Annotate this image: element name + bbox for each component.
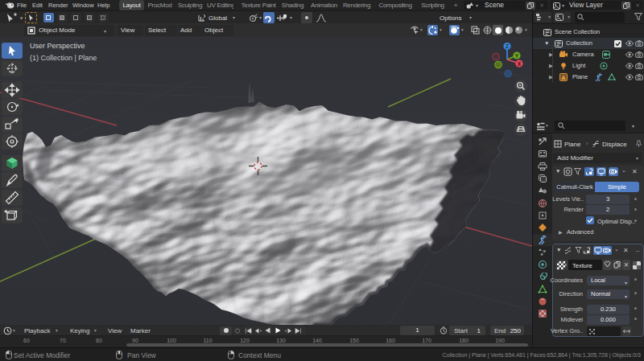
svg-text:X: X [518, 61, 522, 67]
svg-text:Y: Y [515, 53, 519, 59]
svg-text:Z: Z [506, 43, 509, 49]
